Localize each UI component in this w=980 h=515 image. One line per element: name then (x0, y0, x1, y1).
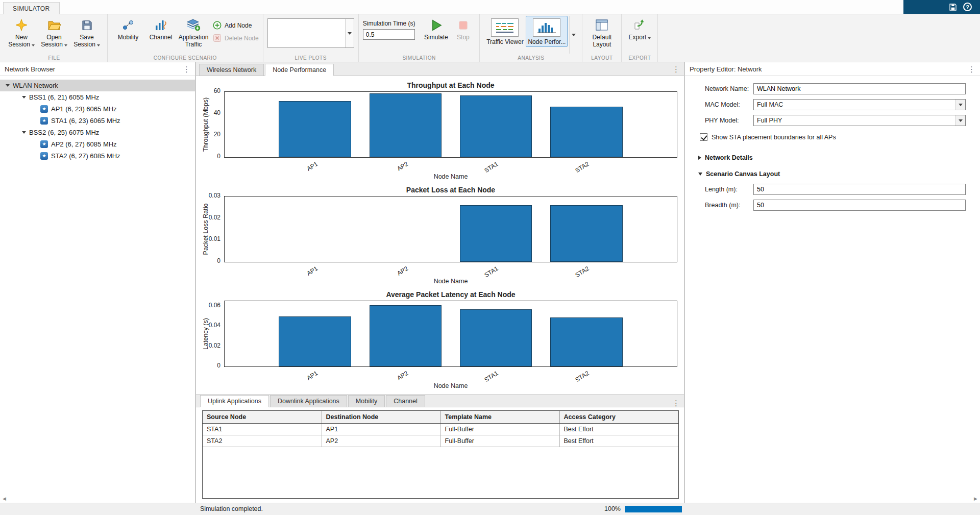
plot-wrap: Latency (s) AP1AP2STA1STA2 Node Name 00.… (224, 301, 677, 393)
plot-area: AP1AP2STA1STA2 (224, 301, 677, 367)
tab-label: Channel (394, 398, 418, 405)
uplink-applications-table-container: Source Node Destination Node Template Na… (202, 410, 679, 499)
tab-simulator-label: SIMULATOR (13, 5, 50, 12)
network-browser-title: Network Browser (5, 65, 55, 73)
stop-button: Stop (451, 16, 475, 41)
status-message: Simulation completed. (200, 505, 263, 512)
help-icon[interactable]: ? (963, 3, 972, 11)
scroll-left-icon[interactable]: ◀ (3, 496, 6, 501)
table-row[interactable]: STA2 AP2 Full-Buffer Best Effort (203, 435, 678, 447)
y-tick-label: 0.03 (198, 192, 220, 199)
tab-node-performance[interactable]: Node Performance (265, 64, 334, 76)
length-input[interactable] (753, 184, 966, 195)
application-traffic-icon (186, 18, 201, 32)
new-session-button[interactable]: New Session (5, 16, 38, 48)
property-editor-panel: Property Editor: Network ⋮ Network Name:… (685, 62, 980, 503)
tab-label: Node Performance (273, 66, 326, 73)
simulate-play-icon (429, 18, 443, 32)
simulate-button[interactable]: Simulate (421, 16, 451, 41)
tree-item-sta2[interactable]: ★ STA2 (6, 27) 6085 MHz (0, 150, 195, 162)
scroll-right-icon[interactable]: ▶ (974, 496, 977, 501)
tab-label: Wireless Network (207, 66, 256, 73)
tab-downlink-applications[interactable]: Downlink Applications (270, 395, 347, 407)
tab-uplink-applications[interactable]: Uplink Applications (200, 395, 269, 407)
tree-item-bss1[interactable]: BSS1 (6, 21) 6055 MHz (0, 91, 195, 103)
panel-menu-icon[interactable]: ⋮ (968, 65, 975, 73)
tree-item-wlan-network[interactable]: WLAN Network (0, 80, 195, 91)
add-node-icon (213, 21, 222, 30)
column-header: Destination Node (322, 411, 440, 423)
scenario-canvas-section-header[interactable]: Scenario Canvas Layout (698, 170, 966, 178)
y-axis-label: Throughput (Mbps) (202, 97, 209, 152)
chevron-down-icon[interactable] (6, 84, 10, 87)
tree-item-ap1[interactable]: ★ AP1 (6, 23) 6065 MHz (0, 103, 195, 115)
stop-label: Stop (457, 34, 470, 41)
analysis-gallery-dropdown-button[interactable] (569, 16, 578, 54)
add-node-label: Add Node (225, 22, 252, 29)
sta-boundaries-checkbox-row[interactable]: Show STA placement boundaries for all AP… (700, 133, 966, 141)
save-session-button[interactable]: Save Session (70, 16, 103, 48)
mobility-button[interactable]: Mobility (112, 16, 144, 41)
cell-source-node: STA2 (203, 435, 322, 447)
panel-menu-icon[interactable]: ⋮ (672, 399, 680, 407)
group-label-file: FILE (1, 55, 107, 61)
chevron-down-icon[interactable] (22, 96, 26, 99)
quick-save-button[interactable] (949, 3, 957, 11)
left-panel-scrollbar[interactable]: ◀ (0, 495, 195, 503)
help-glyph: ? (966, 4, 969, 10)
export-button[interactable]: Export (626, 16, 653, 41)
live-plots-gallery-area (268, 19, 345, 47)
bar-STA2 (550, 205, 623, 262)
table-row[interactable]: STA1 AP1 Full-Buffer Best Effort (203, 423, 678, 435)
length-row: Length (m): (705, 184, 966, 195)
network-name-label: Network Name: (705, 85, 753, 92)
cell-access-category: Best Effort (559, 423, 678, 435)
tab-mobility[interactable]: Mobility (348, 395, 385, 407)
breadth-input[interactable] (753, 200, 966, 211)
panel-menu-icon[interactable]: ⋮ (672, 65, 680, 73)
chevron-down-icon (955, 100, 965, 110)
node-performance-button[interactable]: Node Perfor... (526, 16, 568, 47)
sta-boundaries-checkbox[interactable] (700, 133, 707, 141)
panel-menu-icon[interactable]: ⋮ (183, 65, 190, 73)
tree-item-label: STA2 (6, 27) 6085 MHz (51, 152, 120, 160)
node-icon: ★ (40, 152, 48, 160)
network-name-input[interactable] (753, 83, 966, 94)
application-traffic-button[interactable]: Application Traffic (177, 16, 210, 48)
open-session-button[interactable]: Open Session (38, 16, 70, 48)
tree-item-ap2[interactable]: ★ AP2 (6, 27) 6085 MHz (0, 138, 195, 150)
y-tick-label: 60 (198, 87, 220, 94)
chevron-down-icon[interactable] (22, 131, 26, 134)
bar-STA1 (460, 95, 532, 157)
tree-item-bss2[interactable]: BSS2 (6, 25) 6075 MHz (0, 127, 195, 138)
tab-channel[interactable]: Channel (386, 395, 425, 407)
bar-AP2 (370, 93, 442, 157)
group-label-configure-scenario: CONFIGURE SCENARIO (108, 55, 263, 61)
ribbon-group-analysis: Traffic Viewer Node Perfor... ANALYSIS (480, 14, 582, 62)
property-editor-title: Property Editor: Network (690, 65, 762, 73)
live-plots-gallery[interactable] (267, 18, 354, 48)
application-traffic-label: Application Traffic (179, 34, 209, 48)
cell-template-name: Full-Buffer (440, 423, 559, 435)
tab-label: Downlink Applications (278, 398, 339, 405)
tab-wireless-network[interactable]: Wireless Network (199, 64, 264, 76)
live-plots-dropdown-button[interactable] (345, 19, 354, 47)
tree-item-sta1[interactable]: ★ STA1 (6, 23) 6065 MHz (0, 115, 195, 127)
network-details-section-header[interactable]: Network Details (698, 154, 966, 161)
progress-label: 100% (604, 505, 621, 512)
default-layout-button[interactable]: Default Layout (586, 16, 617, 48)
simulation-time-input[interactable] (363, 29, 415, 40)
status-bar: Simulation completed. 100% (0, 503, 980, 515)
mac-model-select[interactable]: Full MAC (753, 99, 966, 110)
progress-bar (625, 506, 682, 512)
quick-access-bar: ? (903, 0, 980, 14)
traffic-viewer-button[interactable]: Traffic Viewer (484, 16, 526, 47)
right-panel-scrollbar[interactable]: ▶ (685, 495, 980, 503)
add-node-button[interactable]: Add Node (213, 21, 259, 30)
phy-model-select[interactable]: Full PHY (753, 115, 966, 126)
y-tick-label: 0.02 (198, 342, 220, 349)
bar-AP1 (279, 316, 351, 366)
network-name-row: Network Name: (705, 83, 966, 94)
tab-simulator[interactable]: SIMULATOR (3, 2, 60, 14)
channel-button[interactable]: Channel (144, 16, 177, 41)
